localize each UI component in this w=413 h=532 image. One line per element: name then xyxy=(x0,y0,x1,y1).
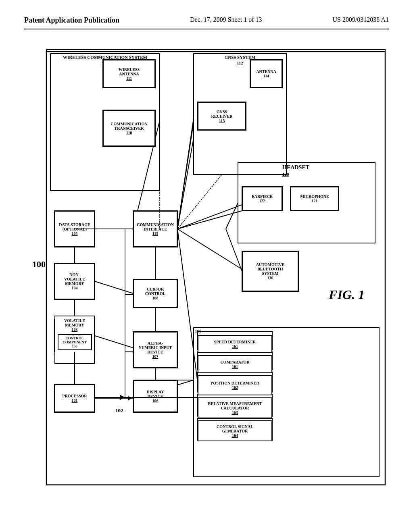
svg-line-43 xyxy=(177,118,194,229)
svg-marker-41 xyxy=(128,396,132,400)
svg-line-66 xyxy=(177,229,242,269)
header-left: Patent Application Publication xyxy=(24,16,119,25)
control-signal-generator-box: CONTROL SIGNALGENERATOR 164 xyxy=(198,420,272,441)
microphone-box: MICROPHONE121 xyxy=(290,187,339,211)
earpiece-box: EARPIECE122 xyxy=(242,187,282,211)
position-determiner-box: POSITION DETERMINER 162 xyxy=(198,375,272,395)
fig-label: FIG. 1 xyxy=(329,287,365,302)
control-block-160-label: 160 xyxy=(195,328,202,333)
svg-line-44 xyxy=(226,203,238,229)
svg-line-69 xyxy=(177,175,222,229)
diagram-area: 100 102 WIRELESS COMMUNICATION SYSTEM 10… xyxy=(24,37,389,501)
wireless-antenna-box: WIRELESSANTENNA111 xyxy=(103,60,155,88)
page: Patent Application Publication Dec. 17, … xyxy=(0,0,413,532)
speed-determiner-box: SPEED DETERMINER 161 xyxy=(198,335,272,353)
data-storage-box: DATA STORAGE(OPTIONAL)105 xyxy=(54,211,95,247)
svg-marker-51 xyxy=(120,395,125,400)
processor-box: PROCESSOR101 xyxy=(54,384,95,412)
svg-line-38 xyxy=(177,211,242,229)
header-center: Dec. 17, 2009 Sheet 1 of 13 xyxy=(190,16,262,23)
svg-line-45 xyxy=(226,229,242,271)
svg-line-31 xyxy=(95,281,133,293)
cursor-control-box: CURSORCONTROL108 xyxy=(133,279,177,308)
alpha-numeric-box: ALPHA-NUMERIC INPUTDEVICE107 xyxy=(133,332,177,368)
headset-label: HEADSET120 xyxy=(282,164,309,177)
header-right: US 2009/0312038 A1 xyxy=(332,16,389,23)
header: Patent Application Publication Dec. 17, … xyxy=(24,16,389,29)
comm-transceiver-box: COMMUNICATIONTRANSCEIVER110 xyxy=(103,110,155,146)
comm-interface-box: COMMUNICATIONINTERFACE115 xyxy=(133,211,177,247)
volatile-memory-box: VOLATILEMEMORY103 CONTROLCOMPONENT150 xyxy=(54,316,95,364)
automotive-bluetooth-box: AUTOMOTIVEBLUETOOTHSYSTEM130 xyxy=(242,251,298,291)
system-ref-100: 100 xyxy=(32,259,46,270)
non-volatile-memory-box: NON-VOLATILEMEMORY104 xyxy=(54,263,95,299)
svg-line-37 xyxy=(177,138,194,229)
arrow-label-102: 102 xyxy=(115,407,123,414)
relative-measurement-box: RELATIVE MEASUREMENTCALCULATOR 163 xyxy=(198,397,272,418)
svg-line-67 xyxy=(177,229,198,382)
comparator-box: COMPARATOR 161 xyxy=(198,355,272,373)
svg-line-32 xyxy=(95,336,133,348)
svg-line-65 xyxy=(177,205,242,229)
svg-line-64 xyxy=(177,122,194,229)
display-device-box: DISPLAYDEVICE106 xyxy=(133,380,177,412)
antenna-114-box: ANTENNA114 xyxy=(250,60,282,88)
gnss-receiver-box: GNSSRECEIVER113 xyxy=(198,102,246,130)
